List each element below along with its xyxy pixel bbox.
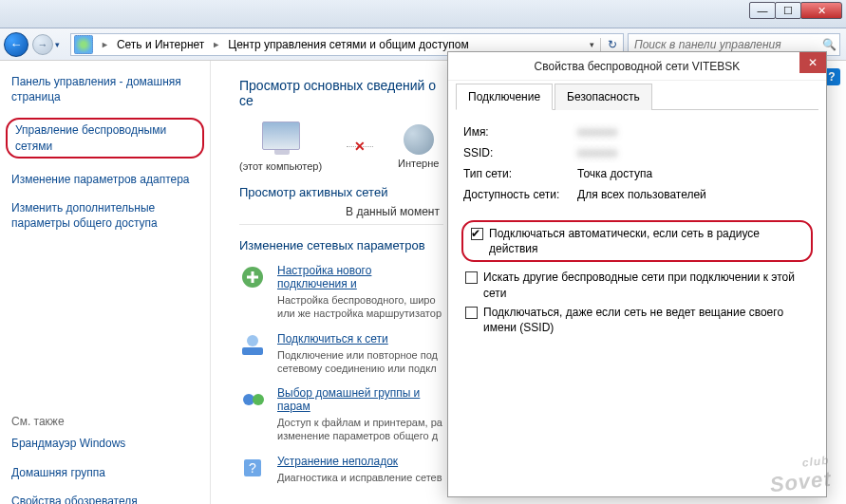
checkbox-label: Подключаться автоматически, если сеть в … xyxy=(489,226,803,256)
task-link-new-connection[interactable]: Настройка нового подключения и xyxy=(277,264,443,290)
dialog-title: Свойства беспроводной сети VITEBSK xyxy=(535,60,741,73)
breadcrumb-dropdown[interactable]: ▾ xyxy=(583,40,600,49)
checkbox-icon xyxy=(465,307,478,319)
change-settings-heading: Изменение сетевых параметров xyxy=(239,238,443,252)
homegroup-icon xyxy=(239,386,266,413)
wireless-properties-dialog: Свойства беспроводной сети VITEBSK ✕ Под… xyxy=(447,51,827,497)
svg-text:?: ? xyxy=(249,460,256,476)
breadcrumb-seg-network[interactable]: Сеть и Интернет xyxy=(114,36,207,53)
divider xyxy=(239,224,443,225)
new-connection-icon xyxy=(239,264,266,290)
tab-security[interactable]: Безопасность xyxy=(555,84,652,110)
task-desc: Доступ к файлам и принтерам, ра изменени… xyxy=(277,416,443,443)
checkbox-connect-auto[interactable]: Подключаться автоматически, если сеть в … xyxy=(461,220,813,262)
field-label-availability: Доступность сети: xyxy=(463,188,577,201)
internet-label: Интерне xyxy=(398,155,439,169)
connect-network-icon xyxy=(239,332,266,359)
checkbox-label: Подключаться, даже если сеть не ведет ве… xyxy=(483,305,809,335)
breadcrumb-separator: ► xyxy=(207,40,225,49)
active-networks-heading: Просмотр активных сетей xyxy=(239,185,443,199)
task-desc: Настройка беспроводного, широ или же нас… xyxy=(277,293,443,321)
this-computer-label: (этот компьютер) xyxy=(239,158,322,172)
disconnected-icon: ✕ xyxy=(354,139,366,154)
connection-line: ✕ xyxy=(347,146,373,147)
checkbox-label: Искать другие беспроводные сети при подк… xyxy=(483,270,809,300)
dialog-close-button[interactable]: ✕ xyxy=(799,52,826,73)
breadcrumb-separator: ► xyxy=(96,40,114,49)
window-close[interactable]: ✕ xyxy=(800,2,842,19)
window-minimize[interactable]: — xyxy=(749,2,776,19)
field-value-type: Точка доступа xyxy=(577,167,652,180)
internet-globe-icon xyxy=(404,124,434,155)
task-link-troubleshoot[interactable]: Устранение неполадок xyxy=(277,455,442,468)
tab-connection[interactable]: Подключение xyxy=(456,84,553,110)
sidebar-seealso-firewall[interactable]: Брандмауэр Windows xyxy=(11,436,198,451)
troubleshoot-icon: ? xyxy=(239,455,266,481)
svg-point-2 xyxy=(247,335,258,346)
field-value-name: xxxxxxx xyxy=(577,125,617,139)
nav-forward[interactable]: → xyxy=(32,34,53,55)
task-desc: Диагностика и исправление сетев xyxy=(277,471,442,484)
nav-history-dropdown[interactable]: ▾ xyxy=(55,40,66,49)
control-panel-icon xyxy=(74,35,93,54)
field-label-name: Имя: xyxy=(463,125,577,139)
control-panel-home-link[interactable]: Панель управления - домашняя страница xyxy=(11,74,198,104)
task-desc: Подключение или повторное под сетевому с… xyxy=(277,348,438,376)
nav-back[interactable]: ← xyxy=(4,32,28,57)
task-link-homegroup[interactable]: Выбор домашней группы и парам xyxy=(277,386,443,413)
field-value-availability: Для всех пользователей xyxy=(577,188,706,201)
computer-icon xyxy=(262,121,300,150)
field-label-type: Тип сети: xyxy=(463,167,577,180)
checkbox-icon xyxy=(471,228,483,240)
page-title: Просмотр основных сведений о се xyxy=(239,78,443,108)
search-icon: 🔍 xyxy=(818,38,839,51)
breadcrumb-seg-sharing-center[interactable]: Центр управления сетями и общим доступом xyxy=(225,36,472,53)
active-networks-status: В данный момент xyxy=(239,205,443,218)
search-input[interactable] xyxy=(629,38,818,51)
sidebar-link-advanced-sharing[interactable]: Изменить дополнительные параметры общего… xyxy=(11,200,198,231)
refresh-button[interactable]: ↻ xyxy=(600,38,623,51)
field-label-ssid: SSID: xyxy=(463,146,577,159)
svg-point-4 xyxy=(253,394,264,405)
sidebar-seealso-internet-options[interactable]: Свойства обозревателя xyxy=(11,494,198,504)
field-value-ssid: xxxxxxx xyxy=(577,146,617,159)
svg-rect-1 xyxy=(242,347,263,355)
checkbox-connect-hidden[interactable]: Подключаться, даже если сеть не ведет ве… xyxy=(461,303,813,337)
sidebar-seealso-homegroup[interactable]: Домашняя группа xyxy=(11,465,198,480)
sidebar-link-manage-wireless[interactable]: Управление беспроводными сетями xyxy=(6,118,204,158)
see-also-heading: См. также xyxy=(11,415,198,428)
sidebar-link-adapter-settings[interactable]: Изменение параметров адаптера xyxy=(11,172,198,187)
checkbox-search-other[interactable]: Искать другие беспроводные сети при подк… xyxy=(461,268,813,302)
task-link-connect[interactable]: Подключиться к сети xyxy=(277,332,438,345)
window-maximize[interactable]: ☐ xyxy=(775,2,801,19)
checkbox-icon xyxy=(465,271,478,284)
